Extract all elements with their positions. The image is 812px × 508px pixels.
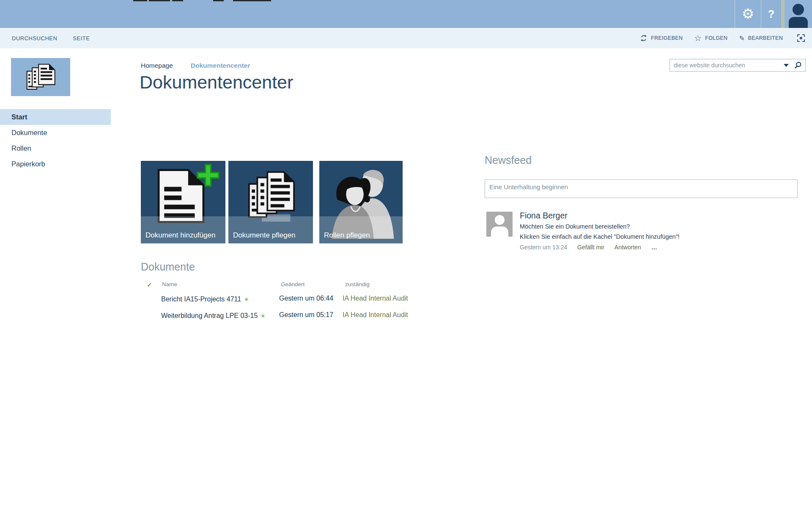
- like-link[interactable]: Gefällt mir: [577, 244, 604, 251]
- post-text-line: Möchten Sie ein Dokument bereistellen?: [520, 223, 630, 230]
- column-header-geaendert[interactable]: Geändert: [281, 281, 304, 287]
- sidebar-item-rollen[interactable]: Rollen: [0, 141, 111, 156]
- pencil-icon: ✎: [739, 34, 744, 42]
- tab-seite[interactable]: SEITE: [73, 35, 90, 41]
- avatar-placeholder-head-icon: [495, 215, 505, 225]
- site-logo[interactable]: [11, 58, 70, 96]
- document-link[interactable]: Bericht IA15-Projects 4711✳: [161, 295, 249, 303]
- new-document-icon: ✳: [261, 313, 265, 319]
- ribbon-tabs: DURCHSUCHEN SEITE: [12, 28, 90, 48]
- follow-label: FOLGEN: [705, 35, 727, 41]
- responsible-link[interactable]: IA Head Internal Audit: [343, 311, 408, 319]
- table-row[interactable]: Weiterbildung Antrag LPE 03-15✳ Gestern …: [141, 308, 420, 324]
- site-search: [669, 59, 806, 72]
- plus-icon: [196, 163, 220, 188]
- documents-section-title[interactable]: Dokumente: [141, 261, 195, 273]
- newsfeed-section-title[interactable]: Newsfeed: [485, 154, 532, 166]
- settings-button[interactable]: ⚙: [735, 0, 761, 28]
- screen-artifact: [133, 0, 147, 1]
- new-document-icon: ✳: [244, 296, 249, 303]
- screen-artifact: [149, 0, 170, 1]
- post-text-line: Klicken Sie einfach auf die Kachel "Doku…: [520, 233, 680, 240]
- tab-durchsuchen[interactable]: DURCHSUCHEN: [12, 35, 57, 41]
- more-actions-icon[interactable]: …: [651, 244, 658, 251]
- check-icon[interactable]: ✓: [147, 281, 152, 289]
- focus-on-content-button[interactable]: [797, 34, 805, 42]
- ribbon-actions: FREIGEBEN ☆ FOLGEN ✎ BEARBEITEN: [640, 28, 805, 48]
- edit-button[interactable]: ✎ BEARBEITEN: [739, 34, 783, 42]
- search-input[interactable]: [670, 62, 782, 69]
- reply-link[interactable]: Antworten: [614, 244, 641, 251]
- sidebar-item-dokumente[interactable]: Dokumente: [0, 125, 111, 141]
- tile-caption: Dokument hinzufügen: [145, 231, 215, 240]
- responsible-link[interactable]: IA Head Internal Audit: [343, 295, 408, 302]
- tile-caption: Dokumente pflegen: [233, 231, 295, 240]
- search-icon: [794, 61, 802, 69]
- breadcrumb-homepage[interactable]: Homepage: [141, 62, 173, 69]
- post-timestamp: Gestern um 13:24: [520, 244, 567, 251]
- avatar-body-icon: [789, 17, 808, 29]
- left-navigation: Start Dokumente Rollen Papierkorb: [0, 109, 111, 172]
- suite-bar: ⚙ ?: [0, 0, 812, 28]
- screen-artifact: [172, 0, 183, 1]
- tile-caption: Rollen pflegen: [324, 231, 370, 240]
- documents-logo-icon: [24, 63, 57, 91]
- column-header-zustaendig[interactable]: zuständig: [345, 281, 370, 287]
- ribbon-bar: DURCHSUCHEN SEITE FREIGEBEN ☆ FOLGEN ✎ B…: [0, 28, 812, 48]
- page-title: Dokumentencenter: [140, 72, 293, 93]
- documents-table: ✓ Name Geändert zuständig Bericht IA15-P…: [141, 281, 420, 324]
- screen-artifact: [233, 0, 271, 1]
- table-row[interactable]: Bericht IA15-Projects 4711✳ Gestern um 0…: [141, 291, 420, 308]
- modified-value: Gestern um 06:44: [279, 295, 333, 302]
- sidebar-item-start[interactable]: Start: [0, 109, 111, 125]
- share-icon: [640, 34, 647, 42]
- tile-rollen-pflegen[interactable]: Rollen pflegen: [319, 161, 403, 243]
- column-header-name[interactable]: Name: [162, 281, 177, 287]
- avatar-placeholder-body-icon: [491, 226, 508, 237]
- breadcrumb-dokumentencenter[interactable]: Dokumentencenter: [191, 62, 250, 69]
- conversation-input[interactable]: [485, 180, 797, 198]
- tile-dokumente-pflegen[interactable]: Dokumente pflegen: [228, 161, 313, 243]
- share-button[interactable]: FREIGEBEN: [640, 34, 683, 42]
- sidebar-item-papierkorb[interactable]: Papierkorb: [0, 156, 111, 172]
- post-author-link[interactable]: Fiona Berger: [520, 211, 568, 221]
- search-scope-caret-icon[interactable]: [784, 64, 789, 67]
- modified-value: Gestern um 05:17: [279, 311, 333, 319]
- search-submit-button[interactable]: [794, 61, 802, 69]
- edit-label: BEARBEITEN: [748, 35, 783, 41]
- star-icon: ☆: [694, 34, 702, 42]
- tile-dokument-hinzufuegen[interactable]: Dokument hinzufügen: [141, 161, 225, 243]
- breadcrumb: Homepage Dokumentencenter: [141, 62, 250, 69]
- follow-button[interactable]: ☆ FOLGEN: [694, 34, 727, 42]
- share-label: FREIGEBEN: [651, 35, 683, 41]
- focus-icon: [797, 34, 805, 42]
- gear-icon: ⚙: [742, 0, 754, 28]
- help-icon: ?: [768, 8, 774, 20]
- document-link[interactable]: Weiterbildung Antrag LPE 03-15✳: [161, 312, 265, 320]
- help-button[interactable]: ?: [761, 0, 781, 28]
- post-footer: Gestern um 13:24 Gefällt mir Antworten …: [520, 244, 658, 251]
- post-avatar[interactable]: [486, 212, 513, 237]
- suite-bar-divider: [781, 0, 785, 28]
- user-avatar[interactable]: [785, 0, 812, 29]
- avatar-head-icon: [793, 4, 804, 15]
- screen-artifact: [213, 0, 224, 1]
- documents-table-header: ✓ Name Geändert zuständig: [141, 281, 420, 291]
- newsfeed-composer: [485, 179, 798, 198]
